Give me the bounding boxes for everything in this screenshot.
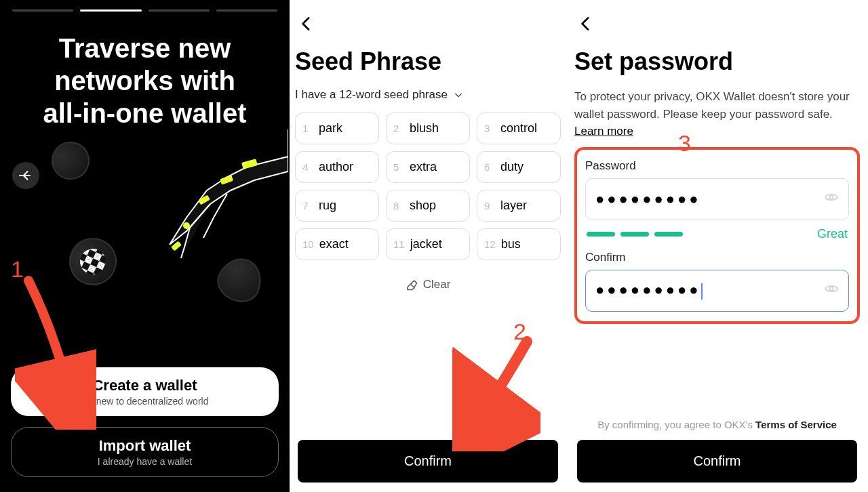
progress-segment-active bbox=[80, 9, 141, 12]
seed-word-index: 5 bbox=[393, 161, 404, 173]
seed-word-index: 6 bbox=[484, 161, 495, 173]
import-wallet-button[interactable]: Import wallet I already have a wallet bbox=[11, 427, 279, 477]
page-title: Seed Phrase bbox=[295, 45, 561, 88]
seed-word-input[interactable]: 1park bbox=[295, 112, 379, 144]
selector-label: I have a 12-word seed phrase bbox=[295, 88, 448, 102]
eraser-icon bbox=[406, 279, 418, 291]
seed-word-input[interactable]: 8shop bbox=[386, 190, 470, 222]
annotation-arrow-2 bbox=[452, 336, 540, 451]
seed-word-index: 11 bbox=[393, 239, 405, 250]
seed-word-input[interactable]: 2blush bbox=[386, 112, 470, 144]
arrow-left-icon bbox=[19, 169, 33, 182]
seed-word-index: 12 bbox=[484, 239, 496, 250]
seed-word-value: exact bbox=[319, 237, 349, 251]
hero-title: Traverse new networks with all-in-one wa… bbox=[8, 25, 281, 136]
svg-point-5 bbox=[829, 195, 833, 199]
learn-more-link[interactable]: Learn more bbox=[574, 125, 633, 138]
set-password-screen: Set password To protect your privacy, OK… bbox=[566, 0, 868, 492]
seed-word-value: control bbox=[500, 121, 537, 136]
strength-segment bbox=[587, 232, 615, 237]
seed-word-index: 1 bbox=[302, 123, 313, 134]
text-caret bbox=[701, 283, 703, 300]
seed-words-grid: 1park2blush3control4author5extra6duty7ru… bbox=[295, 112, 561, 260]
clear-button[interactable]: Clear bbox=[295, 260, 561, 309]
seed-word-value: shop bbox=[410, 199, 436, 213]
strength-label: Great bbox=[817, 227, 848, 241]
seed-word-value: blush bbox=[410, 121, 439, 136]
password-label: Password bbox=[585, 157, 849, 178]
confirm-button[interactable]: Confirm bbox=[577, 440, 857, 483]
progress-indicator bbox=[8, 9, 281, 25]
terms-text: By confirming, you agree to OKX's Terms … bbox=[574, 419, 860, 440]
toggle-visibility-button[interactable] bbox=[824, 281, 839, 300]
seed-word-input[interactable]: 10exact bbox=[295, 228, 379, 260]
robot-hand-illustration bbox=[85, 129, 288, 292]
seed-word-input[interactable]: 11jacket bbox=[386, 228, 470, 260]
page-title: Set password bbox=[574, 45, 860, 88]
toggle-visibility-button[interactable] bbox=[824, 190, 839, 209]
strength-segment bbox=[654, 232, 683, 237]
progress-segment bbox=[12, 9, 73, 12]
seed-word-index: 9 bbox=[484, 200, 495, 211]
confirm-value: ●●●●●●●●● bbox=[595, 281, 703, 299]
password-input[interactable]: ●●●●●●●●● bbox=[585, 178, 849, 220]
chevron-left-icon bbox=[298, 15, 315, 33]
seed-word-value: jacket bbox=[410, 237, 442, 251]
seed-word-value: extra bbox=[410, 160, 437, 174]
password-form-highlight: Password ●●●●●●●●● Great Confirm ●●●●●●●… bbox=[574, 147, 860, 324]
seed-word-input[interactable]: 6duty bbox=[477, 151, 561, 183]
seed-word-value: bus bbox=[501, 237, 521, 251]
seed-word-value: rug bbox=[319, 199, 336, 213]
password-strength-meter: Great bbox=[585, 220, 849, 248]
back-button[interactable] bbox=[295, 12, 561, 45]
strength-segment bbox=[620, 232, 649, 237]
terms-link[interactable]: Terms of Service bbox=[755, 419, 837, 430]
password-description: To protect your privacy, OKX Wallet does… bbox=[574, 88, 860, 143]
seed-phrase-screen: Seed Phrase I have a 12-word seed phrase… bbox=[290, 0, 566, 492]
seed-word-index: 4 bbox=[302, 161, 313, 173]
svg-point-3 bbox=[183, 222, 190, 229]
back-button[interactable] bbox=[574, 12, 860, 45]
phrase-length-selector[interactable]: I have a 12-word seed phrase bbox=[295, 88, 561, 112]
eye-icon bbox=[824, 190, 839, 205]
seed-word-value: duty bbox=[500, 160, 524, 174]
seed-word-index: 10 bbox=[302, 239, 314, 250]
seed-word-input[interactable]: 7rug bbox=[295, 190, 379, 222]
eye-icon bbox=[824, 281, 839, 296]
annotation-arrow-1 bbox=[15, 274, 96, 430]
confirm-password-input[interactable]: ●●●●●●●●● bbox=[585, 270, 849, 312]
svg-point-6 bbox=[829, 287, 833, 291]
onboarding-screen: Traverse new networks with all-in-one wa… bbox=[0, 0, 290, 492]
back-button[interactable] bbox=[12, 162, 39, 189]
chevron-left-icon bbox=[577, 15, 595, 33]
seed-word-value: layer bbox=[500, 199, 527, 213]
seed-word-index: 2 bbox=[393, 123, 404, 134]
clear-label: Clear bbox=[423, 278, 451, 291]
annotation-number-3: 3 bbox=[678, 130, 691, 157]
import-wallet-subtitle: I already have a wallet bbox=[24, 456, 266, 467]
seed-word-value: author bbox=[319, 160, 353, 174]
seed-word-index: 7 bbox=[302, 200, 313, 211]
import-wallet-title: Import wallet bbox=[24, 437, 266, 455]
seed-word-input[interactable]: 3control bbox=[477, 112, 561, 144]
seed-word-input[interactable]: 9layer bbox=[477, 190, 561, 222]
seed-word-value: park bbox=[319, 121, 342, 136]
confirm-label: Confirm bbox=[585, 248, 849, 270]
seed-word-index: 8 bbox=[393, 200, 404, 211]
password-value: ●●●●●●●●● bbox=[595, 190, 701, 208]
progress-segment bbox=[216, 9, 277, 12]
seed-word-input[interactable]: 4author bbox=[295, 151, 379, 183]
seed-word-input[interactable]: 5extra bbox=[386, 151, 470, 183]
progress-segment bbox=[149, 9, 210, 12]
seed-word-index: 3 bbox=[484, 123, 495, 134]
chevron-down-icon bbox=[453, 89, 464, 100]
seed-word-input[interactable]: 12bus bbox=[477, 228, 561, 260]
